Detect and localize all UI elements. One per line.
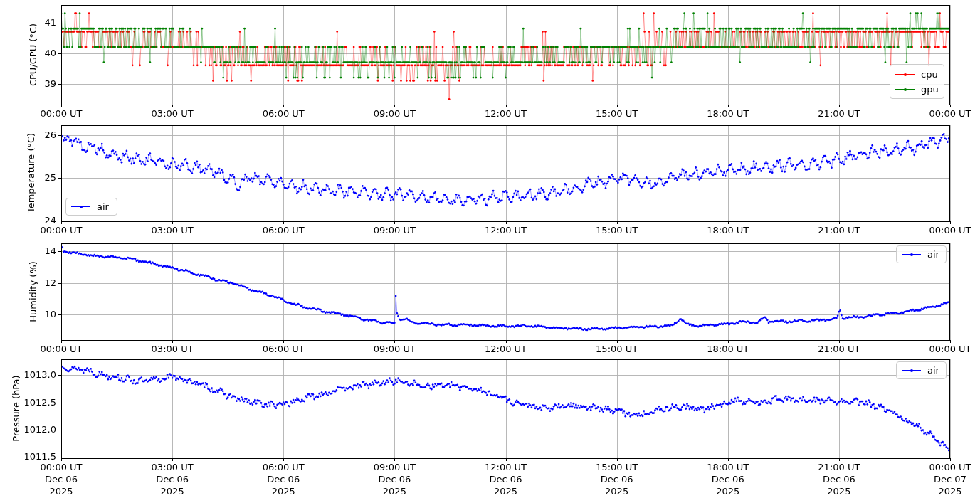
charts-canvas — [0, 0, 980, 503]
sensor-dashboard: CPU/GPU (°C) Temperature (°C) Humidity (… — [0, 0, 980, 503]
